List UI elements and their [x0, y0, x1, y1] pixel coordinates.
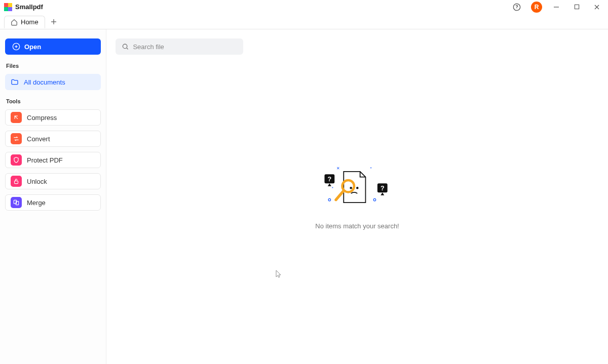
merge-icon — [11, 197, 22, 208]
empty-state: ✕ * * ? ? — [315, 164, 399, 229]
svg-text:✕: ✕ — [336, 166, 340, 171]
compress-icon — [11, 112, 22, 123]
close-icon — [594, 4, 600, 10]
shield-icon — [11, 154, 22, 166]
svg-rect-15 — [15, 181, 18, 183]
no-results-illustration-icon: ✕ * * ? ? — [319, 164, 395, 210]
svg-point-24 — [373, 198, 376, 201]
files-section-label: Files — [5, 63, 101, 69]
plus-circle-icon — [12, 43, 20, 51]
unlock-icon — [11, 176, 22, 187]
sidebar-item-unlock[interactable]: Unlock — [5, 173, 101, 189]
sidebar-item-all-documents[interactable]: All documents — [5, 74, 101, 90]
convert-icon — [11, 133, 22, 144]
svg-text:*: * — [370, 166, 372, 171]
all-documents-label: All documents — [24, 78, 65, 86]
titlebar-left: Smallpdf — [4, 3, 43, 11]
window-close-button[interactable] — [588, 1, 606, 14]
svg-rect-2 — [4, 7, 8, 11]
tabbar: Home — [0, 14, 608, 29]
svg-rect-1 — [8, 3, 12, 7]
svg-point-18 — [123, 44, 127, 48]
open-button-label: Open — [24, 43, 41, 51]
svg-point-30 — [356, 187, 359, 189]
search-input[interactable] — [133, 43, 237, 51]
window-maximize-button[interactable] — [567, 1, 586, 14]
window-minimize-button[interactable] — [547, 1, 565, 14]
tools-section-label: Tools — [5, 98, 101, 104]
tab-home-label: Home — [21, 18, 39, 26]
cursor-icon — [276, 270, 282, 278]
app-logo-icon — [4, 3, 12, 11]
shell: Open Files All documents Tools Compress … — [0, 29, 608, 364]
open-button[interactable]: Open — [5, 38, 101, 55]
unlock-label: Unlock — [27, 178, 47, 185]
convert-label: Convert — [27, 135, 50, 143]
titlebar: Smallpdf R — [0, 0, 608, 14]
protect-label: Protect PDF — [27, 156, 63, 164]
app-name: Smallpdf — [15, 3, 43, 11]
sidebar: Open Files All documents Tools Compress … — [0, 29, 106, 364]
tab-home[interactable]: Home — [4, 16, 45, 28]
sidebar-item-protect[interactable]: Protect PDF — [5, 152, 101, 168]
sidebar-item-convert[interactable]: Convert — [5, 131, 101, 147]
main: ✕ * * ? ? — [106, 29, 608, 364]
empty-state-text: No items match your search! — [315, 222, 399, 229]
svg-point-29 — [350, 187, 352, 189]
search-icon — [122, 43, 129, 51]
svg-point-5 — [516, 8, 517, 9]
help-icon — [513, 3, 521, 11]
svg-text:?: ? — [327, 175, 331, 182]
svg-point-23 — [328, 198, 331, 201]
sidebar-item-compress[interactable]: Compress — [5, 109, 101, 126]
svg-text:?: ? — [381, 184, 385, 191]
svg-rect-3 — [8, 7, 12, 11]
search-wrap[interactable] — [116, 38, 243, 55]
svg-line-19 — [127, 48, 128, 50]
titlebar-right: R — [508, 1, 606, 14]
svg-rect-0 — [4, 3, 8, 7]
user-avatar[interactable]: R — [531, 2, 542, 13]
help-button[interactable] — [508, 1, 526, 14]
svg-text:*: * — [332, 186, 334, 190]
svg-line-32 — [336, 190, 344, 199]
plus-icon — [51, 19, 57, 25]
folder-icon — [11, 78, 19, 86]
new-tab-button[interactable] — [47, 16, 60, 28]
maximize-icon — [574, 4, 580, 10]
compress-label: Compress — [27, 114, 57, 122]
merge-label: Merge — [27, 199, 46, 207]
home-icon — [11, 19, 18, 26]
minimize-icon — [553, 4, 559, 10]
svg-rect-7 — [575, 5, 579, 9]
sidebar-item-merge[interactable]: Merge — [5, 194, 101, 211]
